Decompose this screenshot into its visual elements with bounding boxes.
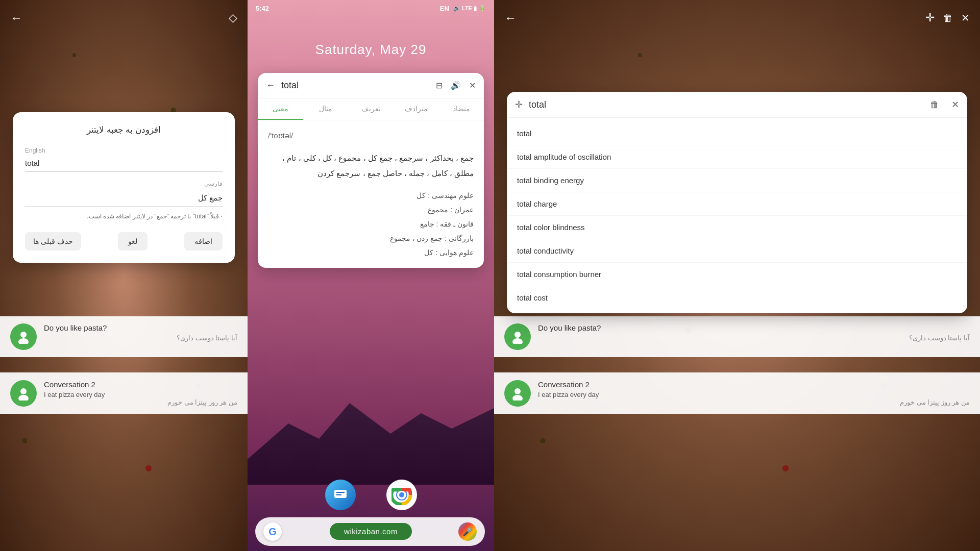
- svg-point-7: [399, 492, 404, 497]
- svg-point-9: [18, 338, 29, 344]
- wikizaban-label: wikizaban.com: [330, 523, 412, 540]
- conv2-text-en-right: I eat pizza every day: [538, 391, 970, 398]
- dict-cat-aviation: علوم هوایی : کل: [424, 248, 474, 257]
- left-conversation-2[interactable]: Conversation 2 I eat pizza every day من …: [0, 372, 248, 414]
- dictionary-card-middle: ← total ⊟ 🔊 ✕ متضاد مترادف تعریف مثال مع…: [258, 73, 484, 268]
- svg-point-10: [20, 388, 27, 394]
- conv2-content-left: Conversation 2 I eat pizza every day من …: [44, 380, 237, 406]
- conv2-content-right: Conversation 2 I eat pizza every day من …: [538, 380, 970, 406]
- right-dict-header: ✛ total 🗑 ✕: [507, 92, 967, 118]
- dict-icons: ⊟ 🔊 ✕: [436, 81, 476, 90]
- right-dict-trash[interactable]: 🗑: [930, 99, 939, 110]
- conv2-title-right: Conversation 2: [538, 380, 970, 389]
- dict-phonetic: /'toʊtəl/: [268, 129, 474, 142]
- dict-close-icon[interactable]: ✕: [469, 81, 476, 90]
- conv2-title-left: Conversation 2: [44, 380, 237, 389]
- left-dialog-card: افزودن به جعبه لایتنر English فارسی · قب…: [13, 112, 235, 263]
- conv1-text-fa-right: آیا پاستا دوست داری؟: [538, 334, 970, 342]
- tab-antonym[interactable]: متضاد: [438, 98, 484, 120]
- dict-item-1[interactable]: total amplitude of oscillation: [507, 145, 967, 169]
- phone-time: 5:42: [256, 5, 440, 12]
- dict-item-4[interactable]: total color blindness: [507, 216, 967, 239]
- right-nav-header: ← ✛ 🗑 ✕: [494, 0, 980, 36]
- left-nav-header: ← ◇: [0, 0, 248, 36]
- dict-item-7[interactable]: total cost: [507, 286, 967, 309]
- right-dict-crosshair[interactable]: ✛: [515, 99, 523, 110]
- conv1-content-left: Do you like pasta? آیا پاستا دوست داری؟: [44, 323, 237, 342]
- svg-rect-1: [334, 490, 347, 498]
- dict-tabs: متضاد مترادف تعریف مثال معنی: [258, 98, 484, 120]
- right-dict-word: total: [529, 99, 924, 110]
- dict-item-6[interactable]: total consumption burner: [507, 263, 967, 286]
- svg-point-11: [18, 395, 29, 400]
- dict-item-0[interactable]: total: [507, 122, 967, 145]
- phone-date: Saturday, May 29: [248, 42, 494, 58]
- persian-label: فارسی: [25, 180, 223, 187]
- dict-back-button[interactable]: ←: [266, 80, 275, 91]
- dict-cat-law: قانون ـ فقه : جامع: [420, 220, 474, 228]
- delete-previous-button[interactable]: حذف قبلی ها: [25, 232, 81, 251]
- phone-bottom-apps: [248, 480, 494, 510]
- svg-point-13: [512, 338, 523, 344]
- dict-item-2[interactable]: total binding energy: [507, 169, 967, 192]
- dict-cat-commerce: بازرگانی : جمع زدن ، مجموع: [390, 234, 474, 242]
- tab-synonym[interactable]: مترادف: [394, 98, 439, 120]
- right-dictionary-card: ✛ total 🗑 ✕ total total amplitude of osc…: [507, 92, 967, 313]
- dict-item-5[interactable]: total conductivity: [507, 239, 967, 263]
- right-crosshair-icon[interactable]: ✛: [925, 11, 935, 24]
- conv2-text-en-left: I eat pizza every day: [44, 391, 237, 398]
- conv1-content-right: Do you like pasta? آیا پاستا دوست داری؟: [538, 323, 970, 342]
- dict-save-icon[interactable]: ⊟: [436, 81, 443, 90]
- persian-input[interactable]: [25, 189, 223, 207]
- conv2-avatar-left: [10, 380, 37, 407]
- svg-point-8: [20, 332, 27, 338]
- english-input[interactable]: [25, 155, 223, 172]
- dict-audio-icon[interactable]: 🔊: [451, 81, 461, 90]
- right-dict-close[interactable]: ✕: [951, 99, 959, 110]
- conv2-text-fa-right: من هر روز پیتزا می خورم: [538, 398, 970, 406]
- dialog-title: افزودن به جعبه لایتنر: [25, 124, 223, 135]
- middle-phone-screen: 5:42 EN 🔊 LTE ▮ 🔋 Saturday, May 29 ← tot…: [248, 0, 494, 551]
- conv2-avatar-right: [504, 380, 531, 407]
- phone-status-bar: 5:42 EN 🔊 LTE ▮ 🔋: [248, 0, 494, 16]
- messages-app-icon[interactable]: [325, 480, 356, 510]
- cancel-button[interactable]: لغو: [118, 232, 148, 251]
- conv1-title-right: Do you like pasta?: [538, 323, 970, 332]
- conv2-text-fa-left: من هر روز پیتزا می خورم: [44, 398, 237, 406]
- dict-card-header: ← total ⊟ 🔊 ✕: [258, 73, 484, 98]
- left-erase-button[interactable]: ◇: [229, 11, 237, 24]
- right-back-button[interactable]: ←: [504, 11, 517, 25]
- tab-meaning[interactable]: معنی: [258, 98, 303, 120]
- conv1-avatar-left: [10, 323, 37, 350]
- right-delete-icon[interactable]: 🗑: [943, 12, 953, 24]
- right-conversation-2[interactable]: Conversation 2 I eat pizza every day من …: [494, 372, 980, 414]
- english-label: English: [25, 147, 45, 154]
- add-button[interactable]: اضافه: [184, 232, 223, 251]
- right-panel-overlay: ← ✛ 🗑 ✕ ✛ total 🗑 ✕ total total amplitud…: [494, 0, 980, 551]
- dict-meaning: جمع ، بحداکثر ، سرجمع ، جمع کل ، مجموع ،…: [268, 151, 474, 181]
- conv1-text-fa-left: آیا پاستا دوست داری؟: [44, 334, 237, 342]
- left-conversation-1[interactable]: Do you like pasta? آیا پاستا دوست داری؟: [0, 316, 248, 357]
- tab-example[interactable]: مثال: [303, 98, 349, 120]
- phone-signal: 🔊 LTE ▮: [453, 5, 477, 12]
- dialog-note: · قبلاً "total" با ترجمه "جمع" در لایتنر…: [25, 213, 223, 220]
- right-close-icon[interactable]: ✕: [961, 12, 970, 24]
- dialog-buttons: حذف قبلی ها لغو اضافه: [25, 232, 223, 251]
- svg-point-15: [512, 395, 523, 400]
- left-panel-overlay: ← ◇ افزودن به جعبه لایتنر English فارسی …: [0, 0, 248, 551]
- dict-word-title: total: [281, 80, 430, 91]
- phone-locale: EN: [440, 5, 449, 12]
- chrome-app-icon[interactable]: [386, 480, 417, 510]
- svg-point-12: [514, 332, 521, 338]
- dict-item-3[interactable]: total charge: [507, 192, 967, 216]
- dict-cat-civil: عمران : مجموع: [428, 206, 474, 214]
- dict-cat-engineering: علوم مهندسی : کل: [416, 191, 474, 199]
- right-conversation-1[interactable]: Do you like pasta? آیا پاستا دوست داری؟: [494, 316, 980, 357]
- phone-battery: 🔋: [479, 5, 486, 12]
- left-back-button[interactable]: ←: [10, 11, 22, 25]
- tab-definition[interactable]: تعریف: [348, 98, 394, 120]
- wikizaban-badge: wikizaban.com: [248, 523, 494, 540]
- right-dict-list: total total amplitude of oscillation tot…: [507, 118, 967, 313]
- conv1-title-left: Do you like pasta?: [44, 323, 237, 332]
- conv1-avatar-right: [504, 323, 531, 350]
